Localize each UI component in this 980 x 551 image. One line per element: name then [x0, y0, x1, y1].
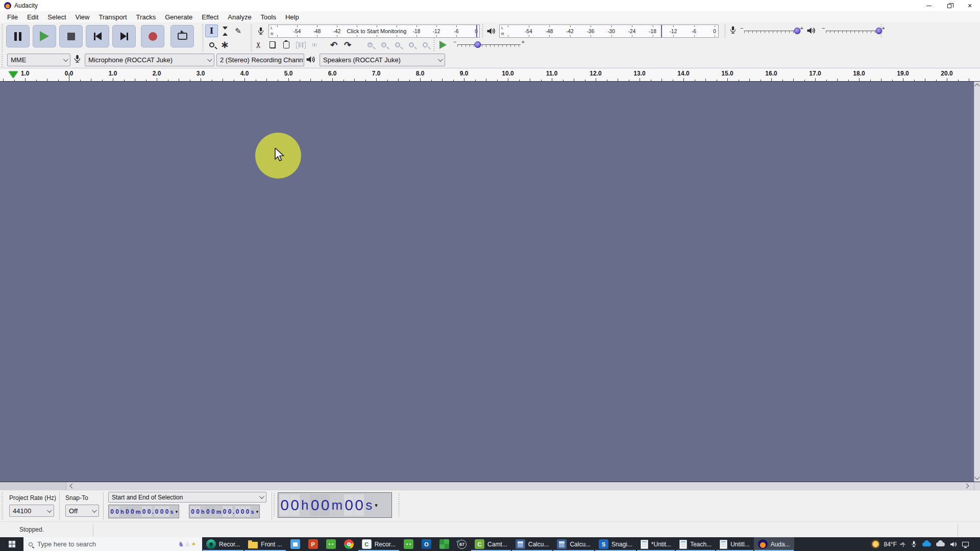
audio-position-clock[interactable]: 00h00m00s▾ [278, 492, 392, 518]
skip-start-button[interactable] [86, 25, 109, 47]
playback-volume-slider[interactable]: −+ [822, 25, 885, 36]
zoom-toggle-button[interactable] [419, 38, 432, 52]
weather-sun-icon[interactable] [872, 541, 879, 547]
zoom-out-button[interactable]: − [377, 38, 390, 52]
multi-tool-button[interactable]: ∗ [218, 38, 231, 51]
vertical-scrollbar[interactable] [974, 82, 980, 482]
taskbar-app-powerpoint-3[interactable]: P [304, 537, 322, 551]
track-area[interactable] [0, 82, 974, 482]
recording-channels-dropdown[interactable]: 2 (Stereo) Recording Chann [216, 54, 304, 66]
selection-grip[interactable] [2, 492, 3, 520]
taskbar-app-recor-6[interactable]: CRecor... [358, 537, 400, 551]
taskbar-app-untit-15[interactable]: *Untit... [636, 537, 675, 551]
taskbar-app-snagi-14[interactable]: SSnagi... [595, 537, 636, 551]
scroll-up-icon[interactable] [975, 84, 980, 89]
menu-analyze[interactable]: Analyze [223, 11, 256, 22]
redo-button[interactable]: ↷ [341, 38, 354, 52]
clock-digit-group[interactable]: 00 [125, 506, 135, 517]
scroll-left-icon[interactable] [70, 484, 75, 489]
menu-help[interactable]: Help [281, 11, 304, 22]
transport-grip[interactable] [2, 24, 3, 52]
play-button[interactable] [33, 25, 56, 47]
taskbar-app-recor-0[interactable]: Recor... [202, 537, 244, 551]
chevron-down-icon[interactable]: ▾ [176, 509, 178, 514]
selection-start-field[interactable]: 00h00m00.000s▾ [108, 505, 179, 518]
timeline-pin-icon[interactable] [9, 71, 18, 78]
copy-button[interactable] [266, 38, 279, 52]
skip-end-button[interactable] [112, 25, 136, 47]
menu-view[interactable]: View [71, 11, 94, 22]
snap-to-dropdown[interactable]: Off [65, 505, 99, 517]
menu-edit[interactable]: Edit [22, 11, 43, 22]
chevron-down-icon[interactable]: ▾ [256, 509, 259, 514]
clock-digit-group[interactable]: 00 [310, 494, 330, 516]
taskbar-app-camt-11[interactable]: CCamt... [471, 537, 511, 551]
clock-digit-group[interactable]: 00 [110, 506, 119, 517]
taskbar-app-todo-10[interactable]: 67 [453, 537, 471, 551]
chevron-down-icon[interactable]: ▾ [375, 502, 378, 509]
clock-end-grip[interactable] [398, 493, 400, 518]
pause-button[interactable] [6, 25, 30, 47]
selection-tool-button[interactable]: I [205, 24, 218, 37]
draw-tool-button[interactable]: ✎ [232, 24, 244, 37]
taskbar-app-outlook-8[interactable]: O [418, 537, 435, 551]
start-button[interactable] [0, 537, 23, 551]
taskbar-search-box[interactable]: Type here to search ♞♟✦ [23, 537, 202, 551]
clock-digit-group[interactable]: 00 [190, 506, 200, 517]
undo-button[interactable]: ↶ [327, 38, 340, 52]
taskbar-app-roboform-4[interactable] [322, 537, 340, 551]
recording-volume-slider[interactable]: −+ [740, 25, 803, 36]
loop-button[interactable] [170, 25, 194, 47]
speed-grip[interactable] [433, 38, 435, 52]
weather-temperature[interactable]: 84°F [884, 541, 897, 548]
silence-selection-button[interactable] [308, 38, 321, 52]
taskbar-app-front-1[interactable]: Front ... [244, 537, 286, 551]
menu-generate[interactable]: Generate [160, 11, 197, 22]
clock-digit-group[interactable]: 00.000 [223, 506, 250, 517]
menu-file[interactable]: File [3, 11, 22, 22]
slider-thumb[interactable] [794, 28, 800, 34]
menu-effect[interactable]: Effect [197, 11, 223, 22]
trim-outside-selection-button[interactable] [294, 38, 307, 52]
taskbar-app-chrome-5[interactable] [340, 537, 358, 551]
mixer-grip[interactable] [724, 24, 726, 38]
speaker-icon[interactable] [950, 541, 957, 548]
playmeter-grip[interactable] [482, 24, 483, 38]
network-icon[interactable] [962, 542, 969, 546]
timeline-ruler[interactable]: 1.00.01.02.03.04.05.06.07.08.09.010.011.… [0, 68, 980, 82]
close-button[interactable]: × [960, 0, 980, 11]
selection-mode-dropdown[interactable]: Start and End of Selection [108, 492, 266, 503]
scroll-right-icon[interactable] [964, 484, 969, 489]
cloud-icon[interactable] [936, 542, 945, 546]
audio-host-dropdown[interactable]: MME [7, 54, 70, 66]
scroll-down-icon[interactable] [975, 475, 980, 480]
playback-meter[interactable]: LR-54-48-42-36-30-24-18-12-60 [499, 24, 719, 38]
envelope-tool-button[interactable] [218, 24, 231, 37]
playback-meter-speaker-button[interactable] [484, 24, 497, 38]
slider-thumb[interactable] [875, 28, 882, 34]
taskbar-app-calcu-13[interactable]: Calcu... [553, 537, 595, 551]
taskbar-app-untitl-17[interactable]: Untitl... [716, 537, 753, 551]
play-at-speed-button[interactable] [437, 39, 449, 51]
slider-thumb[interactable] [475, 41, 481, 48]
clock-digit-group[interactable]: 00 [206, 506, 215, 517]
taskbar-app-teach-16[interactable]: Teach... [675, 537, 716, 551]
horizontal-scrollbar[interactable] [0, 482, 980, 490]
taskbar-app-store-2[interactable] [286, 537, 304, 551]
taskbar-app-auda-18[interactable]: Auda... [754, 537, 794, 551]
zoom-fit-button[interactable]: □ [405, 38, 418, 52]
zoom-tool-button[interactable] [205, 38, 218, 51]
clock-digit-group[interactable]: 00 [344, 494, 364, 516]
menu-select[interactable]: Select [43, 11, 70, 22]
menu-tools[interactable]: Tools [256, 11, 281, 22]
menu-tracks[interactable]: Tracks [132, 11, 161, 22]
record-meter-mic-button[interactable] [254, 24, 267, 38]
minimize-button[interactable] [919, 0, 939, 11]
taskbar-app-calcu-12[interactable]: Calcu... [511, 537, 553, 551]
playback-device-dropdown[interactable]: Speakers (ROCCAT Juke) [320, 54, 445, 66]
onedrive-icon[interactable] [922, 542, 931, 546]
tools-grip[interactable] [202, 24, 204, 52]
menu-transport[interactable]: Transport [94, 11, 131, 22]
cut-button[interactable]: ✂ [252, 38, 265, 52]
recording-device-dropdown[interactable]: Microphone (ROCCAT Juke) [85, 54, 214, 66]
